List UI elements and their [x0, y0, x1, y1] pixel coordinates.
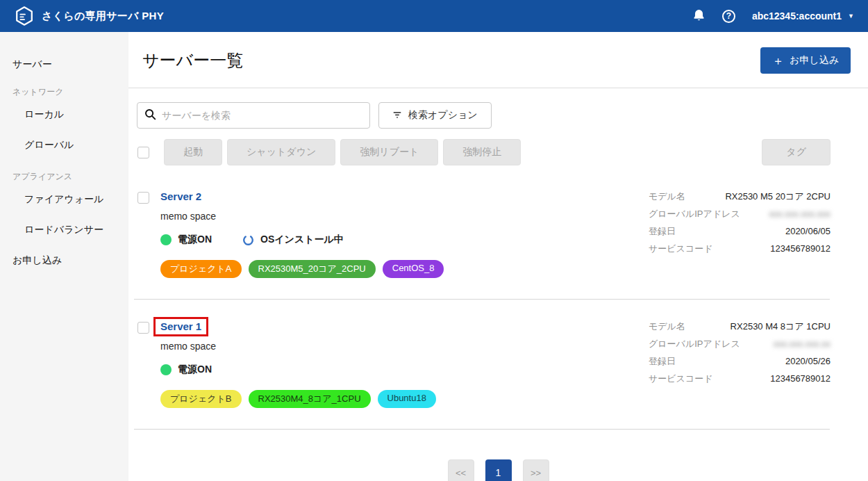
server2-os-install-status: OSインストール中 [242, 234, 344, 246]
service-code-label: サービスコード [649, 243, 713, 255]
server2-details: モデル名 RX2530 M5 20コア 2CPU グローバルIPアドレス xxx… [649, 190, 831, 278]
server2-global-ip-value: xxx.xxx.xxx.xxx [769, 209, 831, 219]
server2-power-status: 電源ON [160, 234, 212, 246]
spinner-icon [242, 234, 254, 246]
help-icon: ? [722, 10, 735, 23]
force-reboot-button[interactable]: 強制リブート [340, 139, 438, 165]
power-status-label: 電源ON [178, 234, 212, 246]
account-name: abc12345:account1 [752, 10, 842, 22]
sidebar: サーバー ネットワーク ローカル グローバル アプライアンス ファイアウォール … [0, 32, 128, 481]
brand-title: さくらの専用サーバ PHY [42, 10, 164, 23]
registered-label: 登録日 [649, 225, 676, 238]
select-all-checkbox[interactable] [137, 147, 149, 158]
server1-global-ip-value: xxx.xxx.xxx.xx [774, 339, 831, 349]
sidebar-item-server[interactable]: サーバー [0, 51, 128, 78]
tag-project-a[interactable]: プロジェクトA [160, 260, 242, 278]
server2-model-value: RX2530 M5 20コア 2CPU [725, 190, 831, 203]
server1-registered-value: 2020/05/26 [785, 356, 831, 366]
tag-project-b[interactable]: プロジェクトB [160, 390, 242, 408]
sidebar-section-network: ネットワーク [0, 78, 128, 101]
server-row-server1: Server 1 memo space 電源ON プロジェクトB RX2530M… [128, 300, 868, 429]
server1-details: モデル名 RX2530 M4 8コア 1CPU グローバルIPアドレス xxx.… [649, 320, 831, 408]
plus-icon: ＋ [772, 55, 784, 67]
pagination-next-button[interactable]: >> [523, 459, 549, 481]
server1-checkbox[interactable] [137, 322, 149, 334]
search-options-button[interactable]: 検索オプション [378, 102, 492, 129]
server1-name-link[interactable]: Server 1 [160, 320, 201, 332]
force-stop-button[interactable]: 強制停止 [443, 139, 521, 165]
server2-registered-value: 2020/06/05 [785, 226, 831, 236]
server1-model-value: RX2530 M4 8コア 1CPU [731, 320, 831, 333]
pagination-prev-button[interactable]: << [448, 459, 474, 481]
server2-name-link[interactable]: Server 2 [160, 190, 201, 202]
server1-tag-list: プロジェクトB RX2530M4_8コア_1CPU Ubuntu18 [160, 390, 649, 408]
server2-memo: memo space [160, 211, 649, 222]
search-options-label: 検索オプション [408, 109, 478, 122]
registered-label: 登録日 [649, 355, 676, 368]
page-title: サーバー一覧 [142, 49, 243, 72]
os-install-status-label: OSインストール中 [260, 234, 344, 246]
sidebar-item-firewall[interactable]: ファイアウォール [0, 186, 128, 213]
sidebar-item-order[interactable]: お申し込み [0, 247, 128, 274]
tag-model-server2[interactable]: RX2530M5_20コア_2CPU [249, 260, 376, 278]
server2-checkbox[interactable] [137, 192, 149, 204]
model-label: モデル名 [649, 190, 685, 203]
top-navigation-bar: さくらの専用サーバ PHY ? abc12345:account1 ▼ [0, 0, 868, 32]
server1-power-status: 電源ON [160, 364, 212, 376]
tag-centos8[interactable]: CentOS_8 [383, 260, 444, 278]
server2-tag-list: プロジェクトA RX2530M5_20コア_2CPU CentOS_8 [160, 260, 649, 278]
server-row-server2: Server 2 memo space 電源ON OSインストール中 [128, 165, 868, 299]
sidebar-section-appliance: アプライアンス [0, 163, 128, 186]
power-on-icon [160, 364, 172, 375]
sidebar-item-load-balancer[interactable]: ロードバランサー [0, 217, 128, 243]
brand-home-link[interactable]: さくらの専用サーバ PHY [14, 5, 164, 27]
power-status-label: 電源ON [178, 364, 212, 376]
bell-icon [692, 8, 706, 24]
filter-icon [392, 109, 402, 122]
power-on-button[interactable]: 起動 [164, 139, 222, 165]
server2-service-code-value: 123456789012 [770, 243, 831, 254]
pagination: << 1 >> [128, 430, 868, 481]
global-ip-label: グローバルIPアドレス [649, 338, 740, 350]
tag-model-server1[interactable]: RX2530M4_8コア_1CPU [249, 390, 371, 408]
power-on-icon [160, 234, 172, 245]
order-button[interactable]: ＋ お申し込み [760, 47, 851, 74]
sidebar-item-local[interactable]: ローカル [0, 101, 128, 128]
sakura-phy-logo-icon [14, 5, 35, 27]
server1-memo: memo space [160, 341, 649, 352]
order-button-label: お申し込み [790, 54, 839, 67]
annotation-highlight-box: Server 1 [153, 317, 208, 336]
search-icon [144, 108, 156, 123]
chevron-down-icon: ▼ [848, 13, 854, 19]
server-search-input[interactable] [162, 110, 362, 121]
server-search-box [137, 102, 370, 129]
pagination-page-1-button[interactable]: 1 [485, 459, 512, 481]
model-label: モデル名 [649, 320, 685, 333]
tag-ubuntu18[interactable]: Ubuntu18 [378, 390, 436, 408]
service-code-label: サービスコード [649, 373, 713, 385]
server1-service-code-value: 123456789012 [770, 373, 831, 384]
help-button[interactable]: ? [722, 10, 735, 23]
notifications-button[interactable] [692, 8, 706, 24]
account-menu[interactable]: abc12345:account1 ▼ [752, 10, 854, 22]
sidebar-item-global[interactable]: グローバル [0, 132, 128, 158]
main-content: サーバー一覧 ＋ お申し込み [128, 32, 868, 481]
shutdown-button[interactable]: シャットダウン [227, 139, 335, 165]
tag-button[interactable]: タグ [762, 139, 831, 165]
global-ip-label: グローバルIPアドレス [649, 208, 740, 220]
